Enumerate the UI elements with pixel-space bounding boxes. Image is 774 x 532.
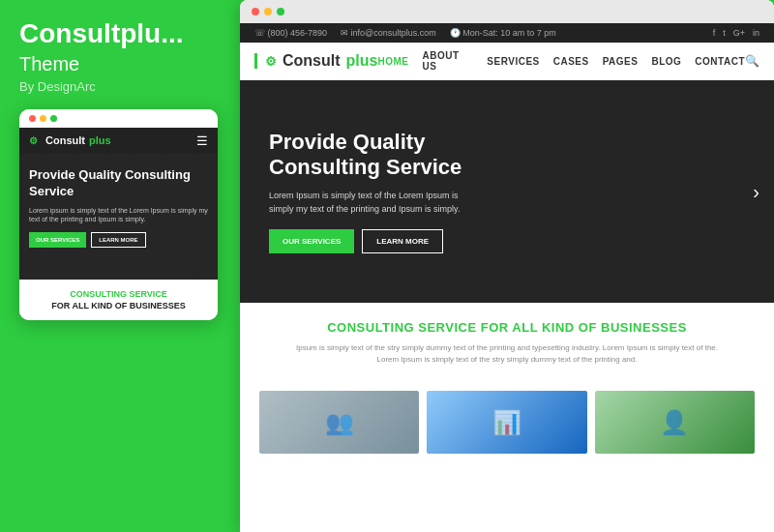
search-icon[interactable]: 🔍: [745, 54, 759, 68]
consulting-section: CONSULTING SERVICE FOR ALL KIND OF BUSIN…: [240, 303, 774, 391]
thumbnail-3: 👤: [595, 391, 755, 454]
mobile-hero-buttons: OUR SERVICES LEARN MORE: [29, 232, 208, 248]
googleplus-icon: G+: [733, 28, 745, 38]
logo-bar: [254, 53, 257, 69]
info-bar-right: f t G+ in: [713, 28, 759, 38]
thumb-3-icon: 👤: [660, 409, 689, 436]
mobile-preview: ⚙ Consultplus ☰ Provide Quality Consulti…: [19, 109, 218, 320]
mobile-our-services-button[interactable]: OUR SERVICES: [29, 232, 86, 248]
thumbnail-2: 📊: [427, 391, 586, 454]
twitter-icon: t: [723, 28, 726, 38]
browser-dot-red: [252, 8, 259, 15]
mobile-footer: CONSULTING SERVICE FOR ALL KIND OF BUSIN…: [19, 280, 218, 320]
our-services-button[interactable]: OUR SERVICES: [269, 229, 354, 253]
right-panel: ☏ (800) 456-7890 ✉ info@consultplus.com …: [240, 0, 774, 532]
mobile-footer-title: CONSULTING SERVICE: [29, 289, 208, 299]
mobile-dot-yellow: [40, 115, 46, 122]
browser-dot-green: [277, 8, 284, 15]
nav-item-home[interactable]: HOME: [377, 56, 408, 67]
hero-title: Provide Quality Consulting Service: [269, 130, 482, 181]
left-panel: Consultplu... Theme By DesignArc ⚙ Consu…: [0, 0, 237, 532]
thumb-2-icon: 📊: [492, 409, 521, 436]
linkedin-icon: in: [753, 28, 759, 38]
facebook-icon: f: [713, 28, 716, 38]
mobile-gear-icon: ⚙: [29, 135, 38, 146]
mobile-hero-text: Lorem ipsum is simply text of the Lorem …: [29, 206, 208, 225]
learn-more-button[interactable]: LEARN MORE: [362, 229, 443, 253]
info-bar: ☏ (800) 456-7890 ✉ info@consultplus.com …: [240, 23, 774, 43]
hero-text: Lorem Ipsum is simply text of the Lorem …: [269, 190, 482, 216]
hero-next-arrow[interactable]: ›: [753, 181, 759, 203]
consulting-title: CONSULTING SERVICE FOR ALL KIND OF BUSIN…: [259, 320, 755, 335]
browser-dot-yellow: [264, 8, 272, 15]
nav-item-about[interactable]: ABOUT US: [422, 50, 473, 72]
mobile-dot-green: [50, 115, 57, 122]
hours-info: 🕐 Mon-Sat: 10 am to 7 pm: [450, 28, 556, 38]
nav-item-blog[interactable]: BLOG: [651, 56, 681, 67]
nav-item-cases[interactable]: CASES: [553, 56, 589, 67]
mobile-hero-title: Provide Quality Consulting Service: [29, 167, 208, 200]
hero-content: Provide Quality Consulting Service Lorem…: [240, 105, 511, 279]
mobile-nav: ⚙ Consultplus ☰: [19, 128, 218, 154]
nav-item-services[interactable]: SERVICES: [487, 56, 539, 67]
phone-info: ☏ (800) 456-7890: [254, 28, 327, 38]
mobile-top-bar: [19, 109, 218, 128]
thumbnail-1: 👥: [259, 391, 419, 454]
theme-by: By DesignArc: [19, 79, 218, 94]
email-info: ✉ info@consultplus.com: [341, 28, 436, 38]
thumbnails-row: 👥 📊 👤: [240, 391, 774, 463]
info-bar-left: ☏ (800) 456-7890 ✉ info@consultplus.com …: [254, 28, 556, 38]
theme-subtitle: Theme: [19, 53, 218, 75]
mobile-hamburger-icon[interactable]: ☰: [196, 133, 208, 148]
nav-item-pages[interactable]: PAGES: [603, 56, 639, 67]
nav-links: HOME ABOUT US SERVICES CASES PAGES BLOG …: [377, 50, 745, 72]
hero-section: Provide Quality Consulting Service Lorem…: [240, 80, 774, 303]
nav-item-contact[interactable]: CONTACT: [695, 56, 745, 67]
mobile-learn-more-button[interactable]: LEARN MORE: [91, 232, 145, 248]
mobile-footer-sub: FOR ALL KIND OF BUSINESSES: [29, 301, 208, 310]
theme-title: Consultplu...: [19, 19, 218, 49]
mobile-logo: ⚙ Consultplus: [29, 134, 111, 146]
browser-chrome: [240, 0, 774, 23]
logo-gear-icon: ⚙: [265, 54, 277, 69]
consulting-desc: Ipsum is simply text of the stry simply …: [289, 342, 725, 366]
thumb-1-icon: 👥: [325, 409, 354, 436]
mobile-hero: Provide Quality Consulting Service Lorem…: [19, 154, 218, 280]
mobile-dot-red: [29, 115, 36, 122]
desktop-logo: ⚙ Consultplus: [254, 52, 377, 70]
consulting-title-rest: FOR ALL KIND OF BUSINESSES: [477, 320, 687, 335]
desktop-nav: ⚙ Consultplus HOME ABOUT US SERVICES CAS…: [240, 43, 774, 80]
consulting-title-green: CONSULTING SERVICE: [327, 320, 476, 335]
hero-buttons: OUR SERVICES LEARN MORE: [269, 229, 482, 253]
